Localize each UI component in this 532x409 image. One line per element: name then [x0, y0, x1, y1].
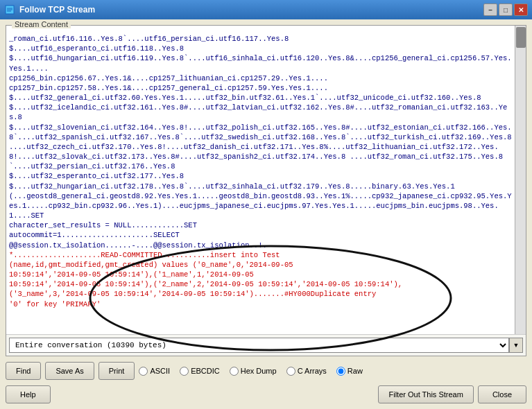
minimize-button[interactable]: – — [483, 3, 497, 16]
radio-ebcdic[interactable]: EBCDIC — [180, 367, 220, 376]
print-button[interactable]: Print — [98, 362, 135, 380]
save-as-button[interactable]: Save As — [45, 362, 94, 380]
encoding-radio-group: ASCII EBCDIC Hex Dump C Arrays Raw — [139, 367, 362, 376]
app-icon — [4, 4, 15, 15]
help-button[interactable]: Help — [6, 385, 51, 403]
titlebar-close-button[interactable]: ✕ — [514, 3, 528, 16]
close-dialog-button[interactable]: Close — [478, 385, 526, 403]
dialog-body: Stream Content _roman_ci.utf16.116..Yes.… — [0, 19, 532, 409]
conversation-select[interactable]: Entire conversation (10390 bytes) — [9, 338, 509, 353]
group-box-label: Stream Content — [12, 20, 71, 28]
conversation-dropdown-row: Entire conversation (10390 bytes) ▼ — [6, 334, 526, 356]
button-row-1: Find Save As Print ASCII EBCDIC Hex Dump… — [6, 360, 526, 381]
scrollbar[interactable] — [515, 26, 526, 334]
dropdown-arrow-icon[interactable]: ▼ — [509, 338, 523, 353]
filter-out-button[interactable]: Filter Out This Stream — [378, 385, 473, 403]
stream-content-group: Stream Content _roman_ci.utf16.116..Yes.… — [6, 25, 526, 356]
stream-text-area[interactable]: _roman_ci.utf16.116..Yes.8`....utf16_per… — [6, 30, 515, 334]
content-row: _roman_ci.utf16.116..Yes.8`....utf16_per… — [6, 26, 526, 334]
radio-ascii[interactable]: ASCII — [139, 367, 170, 376]
radio-raw[interactable]: Raw — [336, 367, 363, 376]
window-controls: – □ ✕ — [483, 3, 528, 16]
window-title: Follow TCP Stream — [19, 5, 483, 15]
title-bar: Follow TCP Stream – □ ✕ — [0, 0, 532, 19]
radio-hexdump[interactable]: Hex Dump — [230, 367, 277, 376]
maximize-button[interactable]: □ — [499, 3, 513, 16]
radio-carrays[interactable]: C Arrays — [286, 367, 327, 376]
find-button[interactable]: Find — [6, 362, 41, 380]
bottom-row: Help Filter Out This Stream Close — [6, 385, 526, 403]
right-buttons: Filter Out This Stream Close — [378, 385, 526, 403]
